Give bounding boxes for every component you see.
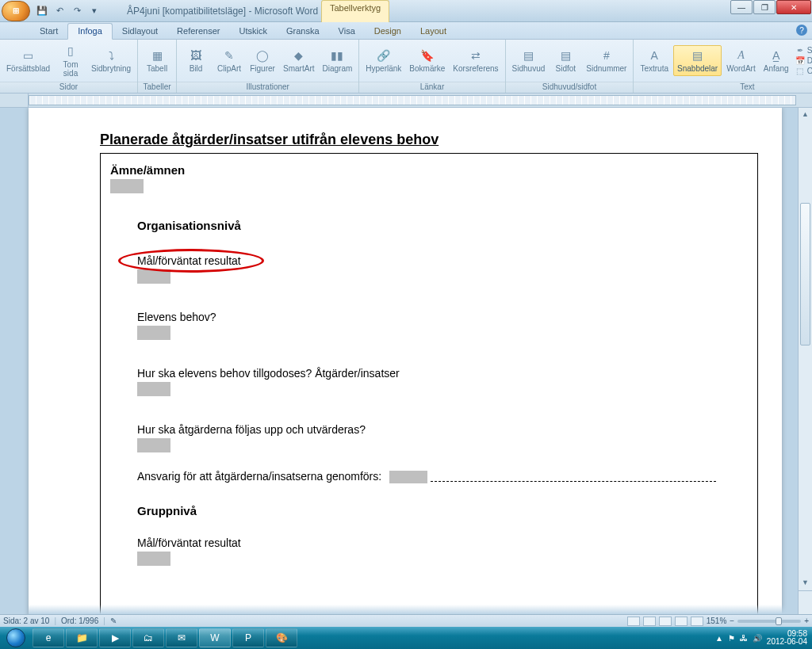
status-language-icon[interactable]: ✎: [110, 617, 117, 625]
maximize-button[interactable]: ❐: [753, 0, 776, 14]
bokmarke-button[interactable]: 🔖Bokmärke: [406, 46, 448, 75]
horizontal-ruler[interactable]: [29, 95, 796, 105]
group-label-sidor: Sidor: [0, 82, 137, 93]
sidfot-button[interactable]: ▤Sidfot: [550, 46, 581, 75]
group-sidhuvud: ▤Sidhuvud ▤Sidfot #Sidnummer Sidhuvud/si…: [506, 40, 634, 93]
group-lankar: 🔗Hyperlänk 🔖Bokmärke ⇄Korsreferens Länka…: [359, 40, 505, 93]
amne-field[interactable]: [110, 179, 144, 193]
diagram-button[interactable]: ▮▮Diagram: [320, 46, 356, 75]
forsattsblad-button[interactable]: ▭Försättsblad: [3, 46, 53, 75]
hur-foljas-field[interactable]: [137, 438, 170, 452]
korsreferens-button[interactable]: ⇄Korsreferens: [450, 46, 501, 75]
tab-sidlayout[interactable]: Sidlayout: [113, 24, 167, 39]
zoom-slider[interactable]: [737, 620, 801, 623]
document-page[interactable]: Planerade åtgärder/insatser utifrån elev…: [29, 108, 782, 614]
ansvarig-dashline: [431, 472, 716, 482]
tray-arrow-icon[interactable]: ▲: [715, 634, 723, 643]
group-tabeller: ▦Tabell Tabeller: [138, 40, 177, 93]
office-button[interactable]: ⊞: [2, 1, 30, 21]
zoom-out-icon[interactable]: −: [730, 617, 734, 625]
taskbar-app1[interactable]: 🗂: [132, 628, 164, 647]
close-button[interactable]: ✕: [776, 0, 811, 14]
mal-field-1[interactable]: [137, 269, 170, 284]
sidhuvud-button[interactable]: ▤Sidhuvud: [509, 46, 549, 75]
elev-behov-field[interactable]: [137, 326, 170, 340]
ansvarig-field[interactable]: [389, 471, 427, 483]
wordart-icon: A: [733, 48, 749, 63]
textbox-icon: A: [646, 48, 662, 63]
crossref-icon: ⇄: [468, 48, 484, 63]
taskbar-explorer[interactable]: 📁: [66, 628, 98, 647]
textruta-button[interactable]: ATextruta: [637, 46, 672, 75]
start-button[interactable]: [0, 627, 32, 649]
shapes-icon: ◯: [255, 48, 270, 63]
group-illustrationer: 🖼Bild ✎ClipArt ◯Figurer ◆SmartArt ▮▮Diag…: [177, 40, 359, 93]
window-controls: — ❐ ✕: [730, 0, 812, 14]
undo-icon[interactable]: ↶: [52, 4, 67, 18]
tray-volume-icon[interactable]: 🔊: [753, 634, 762, 643]
status-zoom[interactable]: 151%: [707, 617, 727, 625]
tray-network-icon[interactable]: 🖧: [740, 634, 748, 643]
tab-layout[interactable]: Layout: [411, 24, 456, 39]
taskbar-powerpoint[interactable]: P: [232, 628, 264, 647]
status-words[interactable]: Ord: 1/996: [61, 617, 98, 625]
hur-tillgodoses-label: Hur ska elevens behov tillgodoses? Åtgär…: [137, 367, 748, 380]
view-web-button[interactable]: [659, 617, 672, 626]
tab-design[interactable]: Design: [365, 24, 411, 39]
minimize-button[interactable]: —: [730, 0, 753, 14]
tab-start[interactable]: Start: [30, 24, 67, 39]
tabell-button[interactable]: ▦Tabell: [141, 46, 173, 75]
anfang-button[interactable]: A̲Anfang: [760, 46, 792, 75]
vertical-scrollbar[interactable]: ▲ ▼: [798, 108, 812, 614]
clipart-button[interactable]: ✎ClipArt: [213, 46, 245, 75]
view-print-layout-button[interactable]: [627, 617, 640, 626]
status-page[interactable]: Sida: 2 av 10: [3, 617, 49, 625]
header-icon: ▤: [520, 48, 536, 63]
qat-customize-icon[interactable]: ▾: [87, 4, 102, 18]
picture-icon: 🖼: [188, 48, 204, 63]
datum-och-tid-button[interactable]: 📅Datum och tid: [794, 56, 812, 66]
smartart-button[interactable]: ◆SmartArt: [280, 46, 317, 75]
system-tray: ▲ ⚑ 🖧 🔊 09:58 2012-06-04: [715, 630, 812, 647]
taskbar-word[interactable]: W: [199, 628, 231, 647]
zoom-knob[interactable]: [776, 617, 782, 625]
scroll-up-icon[interactable]: ▲: [799, 108, 812, 120]
save-icon[interactable]: 💾: [35, 4, 49, 18]
sidbrytning-button[interactable]: ⤵Sidbrytning: [88, 46, 134, 75]
document-viewport[interactable]: Planerade åtgärder/insatser utifrån elev…: [0, 108, 798, 614]
view-outline-button[interactable]: [675, 617, 688, 626]
hur-tillgodoses-field[interactable]: [137, 382, 170, 396]
snabbdelar-button[interactable]: ▤Snabbdelar: [673, 45, 722, 76]
signature-icon: ✒: [795, 46, 805, 55]
tab-utskick[interactable]: Utskick: [230, 24, 277, 39]
tab-visa[interactable]: Visa: [329, 24, 365, 39]
tab-referenser[interactable]: Referenser: [167, 24, 229, 39]
scroll-thumb[interactable]: [800, 203, 810, 345]
tom-sida-button[interactable]: ▯Tom sida: [55, 42, 86, 80]
scroll-down-icon[interactable]: ▼: [799, 576, 812, 589]
objekt-button[interactable]: ⬚Objekt ▾: [794, 67, 812, 76]
form-table[interactable]: Ämne/ämnen Organisationsnivå Mål/förvänt…: [100, 153, 758, 614]
taskbar-outlook[interactable]: ✉: [166, 628, 197, 647]
sidnummer-button[interactable]: #Sidnummer: [583, 46, 630, 75]
ruler-corner: [0, 94, 29, 107]
hyperlank-button[interactable]: 🔗Hyperlänk: [362, 46, 404, 75]
taskbar-ie[interactable]: e: [33, 628, 64, 647]
bild-button[interactable]: 🖼Bild: [180, 46, 212, 75]
signaturrad-button[interactable]: ✒Signaturrad ▾: [794, 46, 812, 55]
taskbar-paint[interactable]: 🎨: [266, 628, 297, 647]
view-fullscreen-button[interactable]: [643, 617, 656, 626]
scroll-split[interactable]: [799, 590, 812, 614]
tab-granska[interactable]: Granska: [277, 24, 329, 39]
help-icon[interactable]: ?: [796, 25, 807, 36]
tab-infoga[interactable]: Infoga: [67, 23, 113, 40]
redo-icon[interactable]: ↷: [70, 4, 84, 18]
zoom-in-icon[interactable]: +: [804, 617, 809, 625]
mal-field-2[interactable]: [137, 552, 170, 566]
tray-flag-icon[interactable]: ⚑: [728, 634, 735, 643]
wordart-button[interactable]: AWordArt: [723, 46, 759, 75]
view-draft-button[interactable]: [691, 617, 703, 626]
tray-clock[interactable]: 09:58 2012-06-04: [767, 630, 807, 647]
figurer-button[interactable]: ◯Figurer: [247, 46, 278, 75]
taskbar-mediaplayer[interactable]: ▶: [99, 628, 131, 647]
